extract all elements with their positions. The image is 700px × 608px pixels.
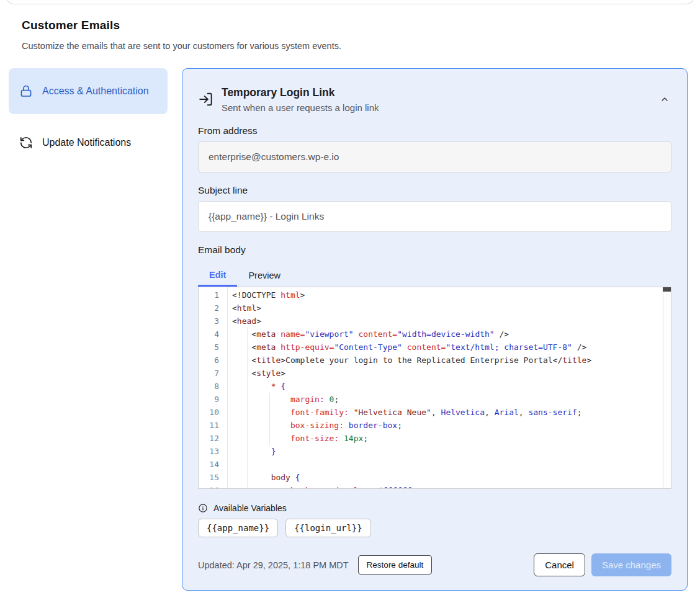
previous-card-bottom-edge <box>7 0 693 4</box>
code-line: 16 background-color: #ffffff; <box>199 484 671 489</box>
updated-timestamp: Updated: Apr 29, 2025, 1:18 PM MDT <box>198 560 349 570</box>
code-line: 2<html> <box>199 302 671 315</box>
line-number: 6 <box>199 354 227 367</box>
chevron-up-icon[interactable] <box>658 92 671 106</box>
email-types-sidebar: Access & Authentication Update Notificat… <box>9 68 168 591</box>
page-title: Customer Emails <box>22 19 341 32</box>
editor-scrollbar[interactable] <box>663 287 671 488</box>
card-subtitle: Sent when a user requests a login link <box>222 102 379 113</box>
subject-line-input[interactable] <box>198 201 671 232</box>
indent-guide <box>269 393 270 445</box>
code-line: 1<!DOCTYPE html> <box>199 288 671 302</box>
code-line: 5 <meta http-equiv="Content-Type" conten… <box>199 341 671 354</box>
code-line: 7 <style> <box>199 367 671 380</box>
login-icon <box>198 91 214 107</box>
line-number: 2 <box>199 302 227 315</box>
gutter-separator <box>227 287 228 488</box>
code-editor-lines: 1<!DOCTYPE html>2<html>3<head>4 <meta na… <box>199 287 671 489</box>
card-header: Temporary Login Link Sent when a user re… <box>198 86 671 113</box>
line-number: 1 <box>199 288 227 302</box>
line-number: 14 <box>199 458 227 471</box>
save-changes-button[interactable]: Save changes <box>591 553 671 576</box>
available-variables-row: Available Variables <box>198 503 671 513</box>
sidebar-item-update-notifications[interactable]: Update Notifications <box>9 127 168 159</box>
tab-preview[interactable]: Preview <box>237 264 292 287</box>
info-icon <box>198 503 208 513</box>
editor-scrollbar-thumb[interactable] <box>663 287 671 292</box>
page-subtitle: Customize the emails that are sent to yo… <box>22 41 341 51</box>
line-number: 11 <box>199 419 227 432</box>
restore-default-button[interactable]: Restore default <box>358 555 433 574</box>
tab-edit[interactable]: Edit <box>198 264 237 287</box>
page-header: Customer Emails Customize the emails tha… <box>22 19 341 51</box>
code-line: 14 <box>199 458 671 471</box>
line-number: 13 <box>199 445 227 458</box>
code-line: 6 <title>Complete your login to the Repl… <box>199 354 671 367</box>
line-number: 5 <box>199 341 227 354</box>
line-number: 15 <box>199 471 227 484</box>
variable-chip-login-url[interactable]: {{login_url}} <box>285 519 371 537</box>
variable-chips: {{app_name}} {{login_url}} <box>198 519 671 537</box>
cancel-button[interactable]: Cancel <box>534 553 585 576</box>
sidebar-item-access-authentication[interactable]: Access & Authentication <box>9 68 168 114</box>
sidebar-item-label: Access & Authentication <box>42 84 149 99</box>
email-body-tabs: Edit Preview <box>198 264 671 287</box>
from-address-label: From address <box>198 125 671 136</box>
line-number: 12 <box>199 432 227 445</box>
line-number: 10 <box>199 406 227 419</box>
code-line: 15 body { <box>199 471 671 484</box>
indent-guide <box>247 328 248 488</box>
temporary-login-link-card: Temporary Login Link Sent when a user re… <box>182 68 688 591</box>
email-body-label: Email body <box>198 244 671 256</box>
line-number: 7 <box>199 367 227 380</box>
available-variables-label: Available Variables <box>213 503 287 513</box>
email-body-code-editor[interactable]: 1<!DOCTYPE html>2<html>3<head>4 <meta na… <box>198 287 671 489</box>
line-number: 4 <box>199 328 227 341</box>
subject-line-label: Subject line <box>198 185 671 196</box>
card-title: Temporary Login Link <box>222 86 379 99</box>
code-line: 4 <meta name="viewport" content="width=d… <box>199 328 671 341</box>
card-footer: Updated: Apr 29, 2025, 1:18 PM MDT Resto… <box>198 553 671 576</box>
code-line: 8 * { <box>199 380 671 393</box>
code-line: 13 } <box>199 445 671 458</box>
line-number: 3 <box>199 315 227 328</box>
lock-icon <box>19 84 34 99</box>
sidebar-item-label: Update Notifications <box>42 135 131 150</box>
code-line: 3<head> <box>199 315 671 328</box>
line-number: 8 <box>199 380 227 393</box>
sync-icon <box>19 135 34 150</box>
customer-emails-page: Customer Emails Customize the emails tha… <box>0 0 700 608</box>
line-number: 9 <box>199 393 227 406</box>
from-address-input[interactable] <box>198 141 671 172</box>
line-number: 16 <box>199 484 227 489</box>
variable-chip-app-name[interactable]: {{app_name}} <box>198 519 278 537</box>
